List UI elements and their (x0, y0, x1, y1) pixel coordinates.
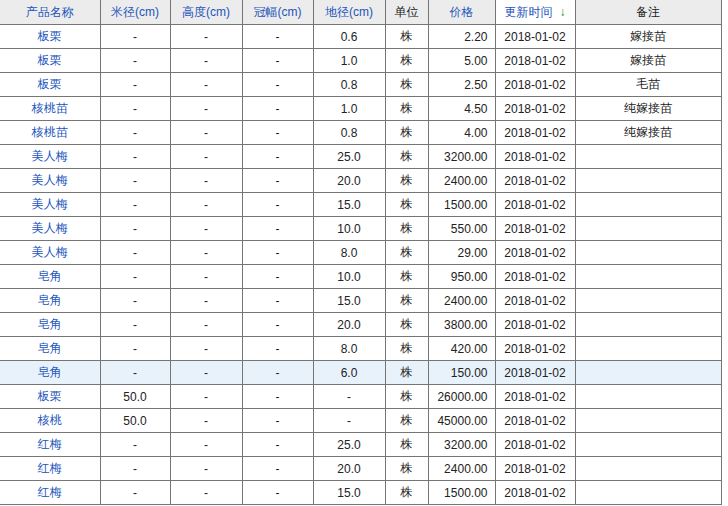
table-row: 红梅---15.0株1500.002018-01-02 (0, 481, 721, 505)
product-name-link[interactable]: 核桃苗 (0, 121, 100, 145)
price-cell: 45000.00 (428, 409, 495, 433)
crown-width-cell: - (242, 193, 313, 217)
ground-diameter-cell: 15.0 (313, 193, 385, 217)
product-name-link[interactable]: 美人梅 (0, 169, 100, 193)
product-name-link[interactable]: 板栗 (0, 49, 100, 73)
crown-width-cell: - (242, 457, 313, 481)
note-cell (575, 433, 721, 457)
sort-descending-icon: ↓ (560, 5, 566, 19)
table-body: 板栗---0.6株2.202018-01-02嫁接苗板栗---1.0株5.002… (0, 25, 721, 505)
unit-cell: 株 (385, 145, 428, 169)
column-header-height[interactable]: 高度(cm) (170, 0, 242, 25)
product-name-link[interactable]: 美人梅 (0, 193, 100, 217)
stem-diameter-cell: - (100, 145, 170, 169)
stem-diameter-cell: - (100, 97, 170, 121)
ground-diameter-cell: 25.0 (313, 433, 385, 457)
column-header-crown-width[interactable]: 冠幅(cm) (242, 0, 313, 25)
note-cell (575, 337, 721, 361)
stem-diameter-cell: - (100, 169, 170, 193)
stem-diameter-cell: - (100, 265, 170, 289)
price-cell: 1500.00 (428, 193, 495, 217)
product-name-link[interactable]: 板栗 (0, 73, 100, 97)
note-cell (575, 409, 721, 433)
note-cell: 嫁接苗 (575, 49, 721, 73)
ground-diameter-cell: 10.0 (313, 217, 385, 241)
price-cell: 2.50 (428, 73, 495, 97)
table-row: 皂角---6.0株150.002018-01-02 (0, 361, 721, 385)
height-cell: - (170, 265, 242, 289)
height-cell: - (170, 241, 242, 265)
crown-width-cell: - (242, 409, 313, 433)
height-cell: - (170, 169, 242, 193)
height-cell: - (170, 313, 242, 337)
unit-cell: 株 (385, 385, 428, 409)
product-name-link[interactable]: 红梅 (0, 481, 100, 505)
unit-cell: 株 (385, 457, 428, 481)
unit-cell: 株 (385, 481, 428, 505)
header-row: 产品名称米径(cm)高度(cm)冠幅(cm)地径(cm)单位价格更新时间↓备注 (0, 0, 721, 25)
column-header-updated[interactable]: 更新时间↓ (495, 0, 575, 25)
height-cell: - (170, 385, 242, 409)
table-row: 板栗---0.8株2.502018-01-02毛苗 (0, 73, 721, 97)
crown-width-cell: - (242, 241, 313, 265)
ground-diameter-cell: - (313, 385, 385, 409)
column-header-ground-diameter[interactable]: 地径(cm) (313, 0, 385, 25)
update-date-cell: 2018-01-02 (495, 73, 575, 97)
height-cell: - (170, 97, 242, 121)
note-cell (575, 313, 721, 337)
column-header-stem-diameter[interactable]: 米径(cm) (100, 0, 170, 25)
note-cell (575, 193, 721, 217)
price-cell: 3200.00 (428, 433, 495, 457)
table-row: 板栗50.0---株26000.002018-01-02 (0, 385, 721, 409)
update-date-cell: 2018-01-02 (495, 25, 575, 49)
note-cell (575, 385, 721, 409)
price-cell: 4.00 (428, 121, 495, 145)
product-name-link[interactable]: 皂角 (0, 361, 100, 385)
ground-diameter-cell: 25.0 (313, 145, 385, 169)
price-cell: 26000.00 (428, 385, 495, 409)
product-name-link[interactable]: 皂角 (0, 313, 100, 337)
product-name-link[interactable]: 美人梅 (0, 241, 100, 265)
column-header-price[interactable]: 价格 (428, 0, 495, 25)
column-header-product[interactable]: 产品名称 (0, 0, 100, 25)
crown-width-cell: - (242, 25, 313, 49)
product-name-link[interactable]: 红梅 (0, 433, 100, 457)
column-header-label: 备注 (636, 5, 660, 19)
stem-diameter-cell: 50.0 (100, 385, 170, 409)
column-header-label: 价格 (450, 5, 474, 19)
table-row: 板栗---0.6株2.202018-01-02嫁接苗 (0, 25, 721, 49)
column-header-note: 备注 (575, 0, 721, 25)
table-row: 核桃苗---0.8株4.002018-01-02纯嫁接苗 (0, 121, 721, 145)
stem-diameter-cell: - (100, 241, 170, 265)
table-row: 红梅---25.0株3200.002018-01-02 (0, 433, 721, 457)
unit-cell: 株 (385, 265, 428, 289)
ground-diameter-cell: 15.0 (313, 481, 385, 505)
table-row: 红梅---20.0株2400.002018-01-02 (0, 457, 721, 481)
update-date-cell: 2018-01-02 (495, 433, 575, 457)
product-name-link[interactable]: 皂角 (0, 265, 100, 289)
crown-width-cell: - (242, 73, 313, 97)
product-name-link[interactable]: 核桃 (0, 409, 100, 433)
product-name-link[interactable]: 板栗 (0, 385, 100, 409)
unit-cell: 株 (385, 193, 428, 217)
product-name-link[interactable]: 核桃苗 (0, 97, 100, 121)
price-cell: 5.00 (428, 49, 495, 73)
product-name-link[interactable]: 美人梅 (0, 145, 100, 169)
note-cell (575, 217, 721, 241)
height-cell: - (170, 145, 242, 169)
product-name-link[interactable]: 板栗 (0, 25, 100, 49)
unit-cell: 株 (385, 337, 428, 361)
table-row: 核桃50.0---株45000.002018-01-02 (0, 409, 721, 433)
product-name-link[interactable]: 皂角 (0, 289, 100, 313)
table-row: 皂角---8.0株420.002018-01-02 (0, 337, 721, 361)
product-name-link[interactable]: 美人梅 (0, 217, 100, 241)
product-name-link[interactable]: 红梅 (0, 457, 100, 481)
unit-cell: 株 (385, 73, 428, 97)
crown-width-cell: - (242, 313, 313, 337)
crown-width-cell: - (242, 433, 313, 457)
crown-width-cell: - (242, 265, 313, 289)
plant-price-table: 产品名称米径(cm)高度(cm)冠幅(cm)地径(cm)单位价格更新时间↓备注 … (0, 0, 722, 505)
product-name-link[interactable]: 皂角 (0, 337, 100, 361)
price-cell: 3800.00 (428, 313, 495, 337)
price-cell: 2.20 (428, 25, 495, 49)
